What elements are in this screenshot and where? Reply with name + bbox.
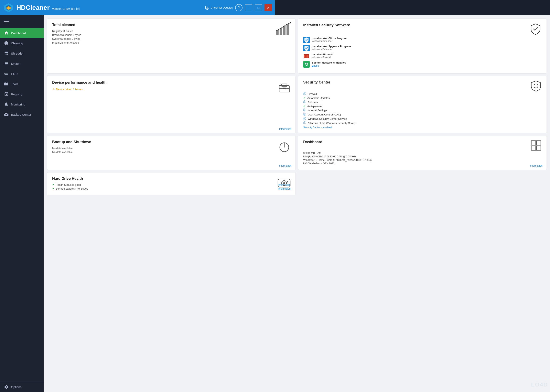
sidebar-label-registry: Registry (11, 92, 22, 96)
titlebar-left: HDCleaner Version: 1.206 (64-bit) (3, 2, 80, 13)
hdd-check-2: Storage capacity: no issues (56, 187, 88, 190)
sidebar-label-hdd: HDD (11, 72, 18, 76)
close-button[interactable]: ✕ (264, 4, 272, 11)
stat-plugin: PluginCleaner: 0 bytes (52, 41, 275, 44)
home-icon (4, 31, 8, 35)
check-icon-1: ✔ (52, 183, 54, 186)
system-icon (4, 61, 8, 66)
hdd-health-title: Hard Drive Health (52, 176, 275, 181)
stat-browser: BrowserCleaner: 0 bytes (52, 33, 275, 36)
help-button[interactable]: ? (235, 4, 243, 11)
sidebar-label-backup: Backup Center (11, 113, 31, 116)
sidebar-item-system[interactable]: System (0, 58, 44, 69)
sidebar-item-hdd[interactable]: HDD (0, 69, 44, 79)
sidebar-item-dashboard[interactable]: Dashboard (0, 28, 44, 38)
hdd-check-1: Health Status is good. (56, 183, 81, 186)
tools-icon (4, 82, 8, 86)
hamburger-menu[interactable] (0, 15, 44, 28)
device-warning-text: Device driver: 1 issues (56, 88, 83, 91)
bootup-title: Bootup and Shutdown (52, 140, 275, 144)
sidebar-item-cleaning[interactable]: Cleaning (0, 38, 44, 48)
sidebar-item-shredder[interactable]: Shredder (0, 48, 44, 58)
hdd-storage-status: ✔ Storage capacity: no issues Informatio… (52, 187, 275, 190)
check-updates-link[interactable]: Check for Updates (205, 6, 233, 10)
app-title: HDCleaner (16, 4, 50, 11)
update-icon (205, 6, 209, 10)
maximize-button[interactable]: □ (255, 4, 262, 11)
minimize-button[interactable]: – (245, 4, 252, 11)
sidebar-item-backup-center[interactable]: Backup Center (0, 109, 44, 119)
device-warning: ⚠ Device driver: 1 issues (52, 87, 275, 91)
device-perf-title: Device performance and health (52, 80, 113, 85)
check-icon-2: ✔ (52, 187, 54, 190)
app-version: Version: 1.206 (64-bit) (52, 7, 80, 10)
sidebar-item-registry[interactable]: Registry (0, 89, 44, 99)
sidebar-item-tools[interactable]: Tools (0, 79, 44, 89)
hdd-health-status: ✔ Health Status is good. Information (52, 183, 275, 186)
sidebar-label-tools: Tools (11, 82, 18, 86)
monitoring-icon (4, 102, 8, 106)
titlebar-right: Check for Updates ? – □ ✕ (205, 4, 272, 11)
sidebar-label-monitoring: Monitoring (11, 103, 25, 106)
sidebar: Dashboard Cleaning Shredder System HDD T… (0, 15, 44, 196)
registry-icon (4, 92, 8, 96)
check-updates-label: Check for Updates (211, 6, 233, 9)
sidebar-label-system: System (11, 62, 21, 65)
card-total-cleaned: Total cleaned Registry: 0 issues Browser… (47, 19, 275, 74)
titlebar: HDCleaner Version: 1.206 (64-bit) Check … (0, 0, 275, 15)
backup-icon (4, 112, 8, 117)
stat-system: SystemCleaner: 0 bytes (52, 37, 275, 40)
main-content: Total cleaned Registry: 0 issues Browser… (44, 15, 275, 196)
sidebar-item-monitoring[interactable]: Monitoring (0, 99, 44, 109)
card-device-performance: Device performance and health ⚠ Device d… (47, 76, 275, 133)
sidebar-label-shredder: Shredder (11, 52, 24, 55)
sidebar-label-dashboard: Dashboard (11, 31, 26, 35)
app-logo (3, 2, 14, 13)
stat-registry: Registry: 0 issues (52, 29, 275, 33)
sidebar-label-cleaning: Cleaning (11, 42, 23, 45)
shredder-icon (4, 51, 8, 56)
bootup-no-data-1: No data available (52, 147, 275, 150)
warning-icon: ⚠ (52, 87, 55, 91)
app-title-group: HDCleaner Version: 1.206 (64-bit) (16, 4, 80, 11)
card-bootup: Bootup and Shutdown No data available No… (47, 136, 275, 170)
bootup-no-data-2: No data available (52, 150, 275, 154)
card-hard-drive: Hard Drive Health ✔ Health Status is goo… (47, 172, 275, 195)
total-cleaned-title: Total cleaned (52, 23, 275, 27)
hdd-icon (4, 71, 8, 76)
cleaning-icon (4, 41, 8, 45)
